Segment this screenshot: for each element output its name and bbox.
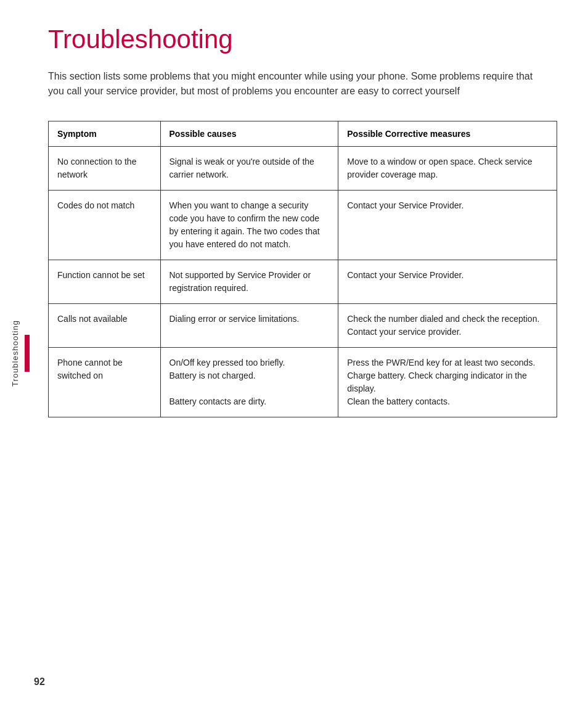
intro-text: This section lists some problems that yo… — [48, 69, 541, 99]
cell-corrective: Check the number dialed and check the re… — [338, 304, 557, 348]
cell-causes: On/Off key pressed too briefly.Battery i… — [160, 348, 338, 417]
cell-symptom: Calls not available — [49, 304, 161, 348]
cell-symptom: Phone cannot be switched on — [49, 348, 161, 417]
cell-causes: Not supported by Service Provider or reg… — [160, 260, 338, 304]
table-row: Calls not availableDialing error or serv… — [49, 304, 557, 348]
cell-symptom: No connection to the network — [49, 147, 161, 191]
table-header-row: Symptom Possible causes Possible Correct… — [49, 121, 557, 147]
cell-causes: Signal is weak or you're outside of the … — [160, 147, 338, 191]
cell-symptom: Function cannot be set — [49, 260, 161, 304]
troubleshoot-table: Symptom Possible causes Possible Correct… — [48, 121, 557, 417]
sidebar-label: Troubleshooting — [10, 320, 20, 387]
header-corrective: Possible Corrective measures — [338, 121, 557, 147]
page-number: 92 — [34, 676, 45, 688]
main-content: Troubleshooting This section lists some … — [30, 0, 588, 706]
table-row: Function cannot be setNot supported by S… — [49, 260, 557, 304]
header-causes: Possible causes — [160, 121, 338, 147]
cell-symptom: Codes do not match — [49, 191, 161, 260]
cell-corrective: Move to a window or open space. Check se… — [338, 147, 557, 191]
table-row: Phone cannot be switched onOn/Off key pr… — [49, 348, 557, 417]
cell-causes: Dialing error or service limitations. — [160, 304, 338, 348]
header-symptom: Symptom — [49, 121, 161, 147]
cell-corrective: Contact your Service Provider. — [338, 191, 557, 260]
cell-causes: When you want to change a security code … — [160, 191, 338, 260]
table-row: No connection to the networkSignal is we… — [49, 147, 557, 191]
cell-corrective: Press the PWR/End key for at least two s… — [338, 348, 557, 417]
table-row: Codes do not matchWhen you want to chang… — [49, 191, 557, 260]
page-title: Troubleshooting — [48, 25, 557, 54]
cell-corrective: Contact your Service Provider. — [338, 260, 557, 304]
sidebar-accent — [25, 335, 30, 372]
sidebar: Troubleshooting — [0, 0, 30, 706]
